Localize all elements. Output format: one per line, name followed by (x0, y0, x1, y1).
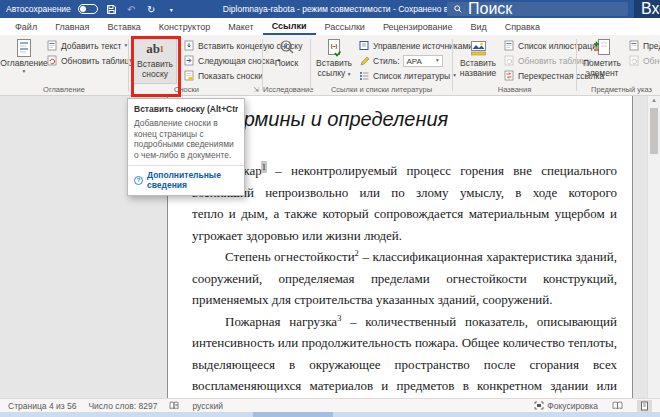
tab-file[interactable]: Файл (6, 18, 46, 35)
doc-line[interactable]: угрожает здоровью или жизни людей. (192, 225, 617, 247)
search-input[interactable]: Поиск (447, 2, 628, 16)
tell-me-more-link[interactable]: ? Дополнительные сведения (134, 170, 238, 190)
doc-line[interactable]: тепло и дым, а также который сопровождае… (192, 203, 617, 225)
update-toc-button[interactable]: Обновить таблицу (47, 55, 134, 66)
document-heading[interactable]: Термины и определения (221, 108, 448, 131)
document-area: Термины и определения Пожар1 – неконтрол… (0, 96, 660, 398)
add-text-icon (47, 40, 58, 51)
table-of-contents-icon (15, 38, 33, 58)
group-footnotes: ab1 Вставить сноску Вставить концевую сн… (129, 35, 262, 95)
search-magnifier-icon (278, 38, 296, 58)
chevron-down-icon: ▾ (124, 43, 127, 49)
show-notes-icon (184, 70, 195, 81)
doc-line[interactable]: выделяющееся в окружающее пространство п… (192, 354, 617, 376)
tab-help[interactable]: Справка (496, 18, 549, 35)
read-mode-icon (612, 401, 623, 410)
dialog-launcher-icon[interactable]: ⇲ (253, 86, 259, 93)
help-question-icon: ? (134, 176, 143, 185)
scroll-up-icon[interactable]: ▲ (648, 97, 660, 103)
language-indicator[interactable]: русский (192, 401, 223, 411)
word-count[interactable]: Число слов: 8297 (88, 401, 157, 411)
search-icon (454, 5, 462, 13)
group-citations: Вставить ссылку ▾ Управление источниками… (311, 35, 452, 95)
tab-review[interactable]: Рецензирование (374, 18, 462, 35)
save-icon (106, 4, 117, 15)
doc-line[interactable]: Пожар1 – неконтролируемый процесс горени… (192, 160, 617, 182)
document-text: Пожар1 – неконтролируемый процесс горени… (192, 160, 617, 397)
insert-endnote-icon (184, 40, 195, 51)
insert-citation-button[interactable]: Вставить ссылку ▾ (313, 37, 355, 84)
undo-button[interactable]: ↶ (125, 3, 138, 16)
doc-line[interactable]: воспламеняющихся материалов и предметов … (192, 375, 617, 397)
doc-line[interactable]: Пожарная нагрузка3 – количественный пока… (192, 311, 617, 333)
group-index: Пометить элемент Предметн Обновить Предм… (577, 35, 660, 95)
insert-footnote-button[interactable]: ab1 Вставить сноску (133, 37, 177, 84)
page-indicator[interactable]: Страница 4 из 56 (8, 401, 76, 411)
focus-mode-button[interactable]: Фокусировка (534, 401, 598, 411)
print-layout-button[interactable] (637, 400, 652, 412)
autosave-toggle[interactable] (78, 4, 98, 14)
tab-home[interactable]: Главная (46, 18, 98, 35)
group-table-of-contents: Оглавление ▾ Добавить текст ▾ Обновить т… (0, 35, 128, 95)
tooltip-title: Вставить сноску (Alt+Ctrl+F) (134, 104, 238, 114)
show-notes-button[interactable]: Показать сноски (184, 70, 263, 81)
tooltip-body: Добавление сноски в конец страницы с под… (134, 118, 238, 160)
smart-lookup-button[interactable]: Поиск (265, 37, 308, 84)
update-index-button[interactable]: Обновить (629, 55, 660, 66)
tooltip-divider (128, 165, 244, 166)
sign-in-button[interactable]: Вход (634, 0, 660, 18)
window-bottom-strip-segment (253, 412, 333, 417)
print-layout-icon (640, 401, 649, 411)
chevron-down-icon: ▾ (23, 69, 26, 75)
tab-mailings[interactable]: Рассылки (316, 18, 374, 35)
insert-footnote-tooltip: Вставить сноску (Alt+Ctrl+F) Добавление … (127, 98, 245, 196)
proofing-status-button[interactable] (169, 401, 180, 410)
ribbon-tab-bar: Файл Главная Вставка Конструктор Макет С… (0, 18, 660, 35)
save-button[interactable] (105, 3, 118, 16)
next-footnote-icon (184, 55, 195, 66)
doc-line[interactable]: Степень огнестойкости2 – классификационн… (192, 246, 617, 268)
doc-line[interactable]: интенсивность или продолжительность пожа… (192, 332, 617, 354)
bibliography-button[interactable]: Список литературы ▾ (359, 70, 456, 81)
redo-button[interactable]: ↻ (145, 3, 158, 16)
group-research: Поиск Исследование (263, 35, 310, 95)
chevron-down-icon: ▾ (348, 71, 351, 77)
read-mode-button[interactable] (610, 400, 625, 412)
vertical-scrollbar[interactable]: ▲ (647, 96, 660, 398)
style-select[interactable]: APA ▾ (403, 55, 443, 67)
doc-line[interactable]: сооружений, определяемая пределами огнес… (192, 268, 617, 290)
cross-reference-icon (504, 70, 515, 81)
table-of-contents-button[interactable]: Оглавление ▾ (2, 37, 46, 84)
mark-entry-icon (593, 38, 611, 58)
insert-caption-icon (469, 38, 488, 58)
mark-entry-button[interactable]: Пометить элемент (581, 37, 623, 84)
scrollbar-thumb[interactable] (650, 108, 658, 154)
window-bottom-strip (0, 412, 660, 417)
tab-design[interactable]: Конструктор (150, 18, 219, 35)
bibliography-icon (359, 70, 370, 81)
proofing-book-icon (169, 401, 180, 410)
tab-view[interactable]: Вид (461, 18, 495, 35)
update-table-icon (47, 55, 58, 66)
doc-line[interactable]: применяемых для строительства указанных … (192, 289, 617, 311)
bibliography-style-row: Стиль: APA ▾ (359, 55, 443, 67)
manage-sources-icon (359, 40, 370, 51)
add-text-button[interactable]: Добавить текст ▾ (47, 40, 127, 51)
status-bar: Страница 4 из 56 Число слов: 8297 русски… (0, 398, 660, 412)
style-pen-icon (359, 56, 370, 67)
quick-access-more-button[interactable]: ▾ (165, 3, 178, 16)
group-captions: Вставить название Список иллюстраций Обн… (453, 35, 576, 95)
update-index-icon (629, 55, 640, 66)
insert-footnote-icon: ab1 (146, 39, 164, 59)
tab-layout[interactable]: Макет (219, 18, 262, 35)
doc-line[interactable]: возникший непроизвольно или по злому умы… (192, 182, 617, 204)
insert-caption-button[interactable]: Вставить название (456, 37, 500, 84)
insert-citation-icon (325, 38, 343, 58)
insert-index-button[interactable]: Предметн (629, 40, 660, 51)
tab-references[interactable]: Ссылки (263, 18, 316, 35)
tab-insert[interactable]: Вставка (98, 18, 149, 35)
update-table-icon (504, 55, 515, 66)
insert-index-icon (629, 40, 640, 51)
chevron-down-icon: ▾ (436, 58, 439, 64)
focus-icon (534, 401, 544, 410)
